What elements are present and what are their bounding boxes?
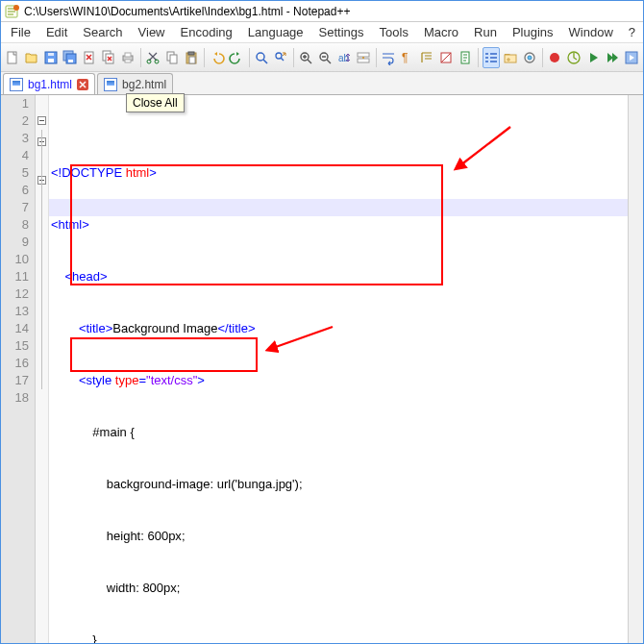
- find-button[interactable]: [253, 47, 270, 68]
- tab-bg1[interactable]: bg1.html: [3, 73, 95, 94]
- file-icon: [104, 78, 117, 91]
- svg-point-22: [257, 53, 264, 61]
- wordwrap-button[interactable]: [380, 47, 397, 68]
- open-file-button[interactable]: [23, 47, 40, 68]
- zoom-out-button[interactable]: [316, 47, 334, 68]
- showall-button[interactable]: ¶: [399, 47, 416, 68]
- file-icon: [10, 78, 23, 91]
- svg-line-40: [273, 327, 333, 348]
- svg-line-39: [460, 127, 510, 165]
- tab-label: bg2.html: [122, 78, 166, 91]
- menu-window[interactable]: Window: [561, 23, 621, 41]
- zoom-in-button[interactable]: [297, 47, 314, 68]
- window-title: C:\Users\WIN10\Documents\Artikel\Index\b…: [24, 5, 350, 18]
- menu-plugins[interactable]: Plugins: [505, 23, 561, 41]
- menu-run[interactable]: Run: [466, 23, 505, 41]
- menubar: File Edit Search View Encoding Language …: [1, 22, 643, 43]
- svg-rect-20: [188, 52, 194, 55]
- vertical-scrollbar[interactable]: [628, 95, 643, 643]
- menu-help[interactable]: ?: [621, 23, 643, 41]
- app-icon: [5, 4, 20, 19]
- svg-rect-5: [48, 53, 54, 56]
- annotation-arrow-1: [453, 122, 520, 175]
- indent-guide-button[interactable]: [418, 47, 435, 68]
- fold-column[interactable]: [36, 95, 49, 643]
- menu-search[interactable]: Search: [75, 23, 130, 41]
- redo-button[interactable]: [228, 47, 245, 68]
- svg-point-34: [528, 56, 532, 60]
- menu-encoding[interactable]: Encoding: [173, 23, 240, 41]
- userlang-button[interactable]: [437, 47, 455, 68]
- line-number-gutter: 1 2 3 4 5 6 7 8 9 10 11 12 13 14 15 16 1…: [1, 95, 36, 643]
- save-macro-button[interactable]: [623, 47, 640, 68]
- annotation-box-2: [70, 337, 258, 372]
- svg-rect-32: [505, 55, 516, 62]
- svg-rect-4: [48, 59, 54, 62]
- svg-rect-21: [189, 57, 195, 63]
- menu-macro[interactable]: Macro: [416, 23, 466, 41]
- tab-bar: bg1.html bg2.html Close All: [1, 72, 643, 95]
- annotation-arrow-2: [265, 319, 342, 358]
- svg-point-1: [13, 5, 19, 11]
- menu-file[interactable]: File: [3, 23, 38, 41]
- save-button[interactable]: [42, 47, 60, 68]
- editor-area: 1 2 3 4 5 6 7 8 9 10 11 12 13 14 15 16 1…: [1, 95, 643, 643]
- paste-button[interactable]: [183, 47, 200, 68]
- notepadpp-window: C:\Users\WIN10\Documents\Artikel\Index\b…: [0, 0, 644, 644]
- replace-button[interactable]: [272, 47, 289, 68]
- print-button[interactable]: [119, 47, 136, 68]
- tab-bg2[interactable]: bg2.html: [97, 73, 173, 94]
- svg-point-35: [550, 53, 559, 62]
- save-all-button[interactable]: [62, 47, 79, 68]
- doc-map-button[interactable]: [457, 47, 474, 68]
- close-button[interactable]: [81, 47, 98, 68]
- menu-language[interactable]: Language: [240, 23, 311, 41]
- menu-settings[interactable]: Settings: [311, 23, 372, 41]
- svg-rect-13: [125, 53, 131, 57]
- svg-rect-28: [358, 59, 369, 62]
- titlebar: C:\Users\WIN10\Documents\Artikel\Index\b…: [1, 1, 643, 22]
- record-macro-button[interactable]: [546, 47, 563, 68]
- sync-v-button[interactable]: ab: [335, 47, 353, 68]
- menu-tools[interactable]: Tools: [372, 23, 416, 41]
- svg-rect-14: [125, 60, 131, 62]
- svg-rect-18: [170, 55, 177, 63]
- stop-macro-button[interactable]: [565, 47, 582, 68]
- cut-button[interactable]: [144, 47, 161, 68]
- fold-toggle[interactable]: [37, 116, 46, 125]
- func-list-button[interactable]: [483, 47, 500, 68]
- svg-rect-8: [68, 60, 73, 62]
- close-all-button[interactable]: [100, 47, 117, 68]
- toolbar: ab ¶: [1, 43, 643, 72]
- folder-button[interactable]: [502, 47, 519, 68]
- svg-rect-27: [358, 53, 369, 57]
- play-macro-button[interactable]: [584, 47, 602, 68]
- copy-button[interactable]: [163, 47, 181, 68]
- tab-close-icon[interactable]: [77, 79, 88, 90]
- run-macro-button[interactable]: [604, 47, 621, 68]
- tooltip: Close All: [126, 93, 185, 112]
- sync-h-button[interactable]: [355, 47, 372, 68]
- new-file-button[interactable]: [4, 47, 21, 68]
- svg-text:¶: ¶: [402, 51, 408, 64]
- monitor-button[interactable]: [521, 47, 538, 68]
- code-area[interactable]: <!DOCTYPE html> <html> <head> <title>Bac…: [49, 95, 643, 643]
- undo-button[interactable]: [209, 47, 226, 68]
- menu-edit[interactable]: Edit: [38, 23, 75, 41]
- tab-label: bg1.html: [28, 78, 72, 91]
- menu-view[interactable]: View: [131, 23, 173, 41]
